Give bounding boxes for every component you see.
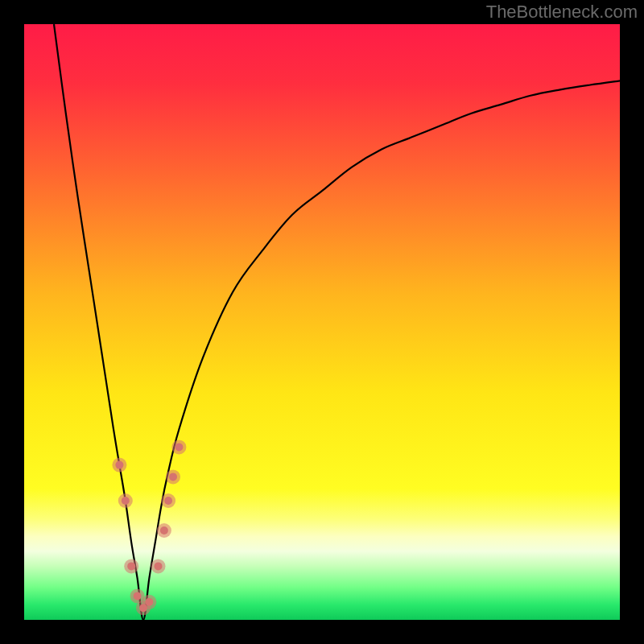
highlighted-points	[112, 440, 186, 615]
marker-inner	[115, 461, 123, 469]
bottleneck-curve	[54, 24, 620, 620]
marker-inner	[175, 443, 183, 451]
marker-inner	[127, 562, 135, 570]
chart-frame: TheBottleneck.com	[0, 0, 644, 644]
marker-inner	[134, 592, 142, 600]
marker-inner	[145, 598, 153, 606]
marker-inner	[122, 497, 130, 505]
marker-inner	[160, 526, 168, 535]
curve-layer	[24, 24, 620, 620]
marker-inner	[155, 562, 163, 570]
plot-area	[24, 24, 620, 620]
marker-inner	[169, 473, 177, 481]
watermark-text: TheBottleneck.com	[486, 2, 638, 23]
marker-inner	[164, 497, 172, 505]
